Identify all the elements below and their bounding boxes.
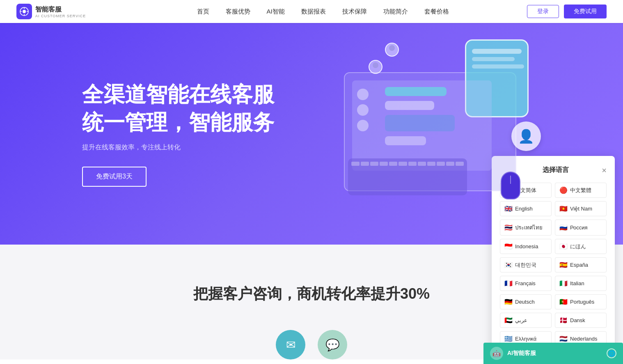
flag-dk: 🇩🇰 bbox=[559, 316, 568, 324]
flag-gr: 🇬🇷 bbox=[504, 335, 513, 343]
mail-icon: ✉ bbox=[276, 330, 305, 359]
lang-name-it: Italian bbox=[570, 280, 584, 286]
lang-name-fr: Français bbox=[515, 280, 536, 286]
nav-tech[interactable]: 技术保障 bbox=[342, 8, 367, 16]
hero-trial-button[interactable]: 免费试用3天 bbox=[82, 167, 147, 187]
chat-widget: 🤖 AI智能客服 🌐 bbox=[483, 343, 623, 359]
icon-row: ✉ 💬 bbox=[276, 330, 347, 359]
hero-subtitle: 提升在线客服效率，专注线上转化 bbox=[82, 143, 304, 152]
logo-sub: AI CUSTOMER SERVICE bbox=[35, 14, 86, 18]
lang-name-nl: Nederlands bbox=[570, 336, 598, 342]
lang-item-de[interactable]: 🇩🇪Deutsch bbox=[500, 294, 552, 309]
lang-name-pt: Português bbox=[570, 299, 594, 305]
section-second-title: 把握客户咨询，商机转化率提升30% bbox=[193, 284, 430, 304]
lang-item-it[interactable]: 🇮🇹Italian bbox=[555, 276, 607, 291]
logo-text: 智能客服 AI CUSTOMER SERVICE bbox=[35, 5, 86, 18]
hero-content: 全渠道智能在线客服 统一管理，智能服务 提升在线客服效率，专注线上转化 免费试用… bbox=[82, 81, 304, 186]
flag-pt: 🇵🇹 bbox=[559, 298, 568, 306]
flag-nl: 🇳🇱 bbox=[559, 335, 568, 343]
nav-features[interactable]: 功能简介 bbox=[383, 8, 408, 16]
lang-item-ar[interactable]: 🇦🇪عربي bbox=[500, 313, 552, 328]
flag-fr: 🇫🇷 bbox=[504, 279, 513, 287]
lang-item-dk[interactable]: 🇩🇰Dansk bbox=[555, 313, 607, 328]
flag-es: 🇪🇸 bbox=[559, 261, 568, 269]
lang-name-es: España bbox=[570, 262, 588, 268]
lang-name-gr: Ελληνικά bbox=[515, 336, 536, 342]
flag-de: 🇩🇪 bbox=[504, 298, 513, 306]
nav-pricing[interactable]: 套餐价格 bbox=[424, 8, 449, 16]
logo: 智能客服 AI CUSTOMER SERVICE bbox=[16, 4, 86, 19]
svg-point-1 bbox=[23, 10, 26, 13]
nav-advantage[interactable]: 客服优势 bbox=[226, 8, 250, 16]
lang-name-kr: 대한민국 bbox=[515, 261, 536, 269]
nav-home[interactable]: 首页 bbox=[197, 8, 209, 16]
lang-item-kr[interactable]: 🇰🇷대한민국 bbox=[500, 257, 552, 272]
login-button[interactable]: 登录 bbox=[527, 5, 559, 18]
header-trial-button[interactable]: 免费试用 bbox=[564, 5, 607, 18]
lang-name-dk: Dansk bbox=[570, 317, 585, 323]
lang-item-pt[interactable]: 🇵🇹Português bbox=[555, 294, 607, 309]
flag-it: 🇮🇹 bbox=[559, 279, 568, 287]
globe-icon[interactable]: 🌐 bbox=[607, 348, 616, 358]
header-actions: 登录 免费试用 bbox=[527, 5, 607, 18]
nav-ai[interactable]: AI智能 bbox=[267, 8, 285, 16]
flag-ar: 🇦🇪 bbox=[504, 316, 513, 324]
nav-data[interactable]: 数据报表 bbox=[301, 8, 326, 16]
chat-header-bar[interactable]: 🤖 AI智能客服 🌐 bbox=[483, 343, 623, 359]
hero-illustration: 👤 bbox=[336, 23, 623, 245]
main-nav: 首页 客服优势 AI智能 数据报表 技术保障 功能简介 套餐价格 bbox=[119, 8, 527, 16]
header: 智能客服 AI CUSTOMER SERVICE 首页 客服优势 AI智能 数据… bbox=[0, 0, 623, 23]
logo-icon bbox=[16, 4, 32, 19]
lang-item-es[interactable]: 🇪🇸España bbox=[555, 257, 607, 272]
logo-main: 智能客服 bbox=[35, 5, 86, 14]
hero-section: 全渠道智能在线客服 统一管理，智能服务 提升在线客服效率，专注线上转化 免费试用… bbox=[0, 23, 623, 245]
chat-avatar: 🤖 bbox=[490, 347, 503, 359]
lang-item-fr[interactable]: 🇫🇷Français bbox=[500, 276, 552, 291]
wechat-icon: 💬 bbox=[318, 330, 347, 359]
lang-name-ar: عربي bbox=[515, 317, 527, 323]
flag-kr: 🇰🇷 bbox=[504, 261, 513, 269]
hero-title: 全渠道智能在线客服 统一管理，智能服务 bbox=[82, 81, 304, 136]
lang-name-de: Deutsch bbox=[515, 299, 535, 305]
chat-title: AI智能客服 bbox=[507, 350, 536, 357]
